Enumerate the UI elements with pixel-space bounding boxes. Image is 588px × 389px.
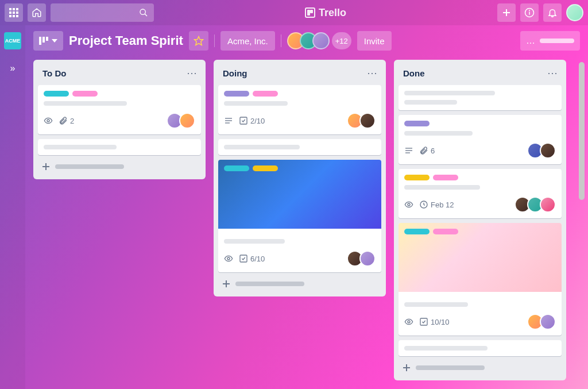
svg-rect-16 <box>39 37 41 45</box>
card-label <box>224 165 249 171</box>
list-menu-icon[interactable]: ⋯ <box>187 67 198 79</box>
svg-rect-18 <box>46 37 48 41</box>
member-avatar[interactable] <box>312 32 330 49</box>
card[interactable]: 10/10 <box>399 223 562 336</box>
card-label <box>253 91 278 97</box>
card-label <box>253 165 278 171</box>
card-label <box>433 175 458 180</box>
card-avatar <box>179 113 195 129</box>
svg-rect-1 <box>13 8 15 10</box>
svg-point-15 <box>529 10 530 11</box>
svg-point-20 <box>47 120 49 122</box>
due-date-badge: Feb 12 <box>419 200 454 209</box>
card[interactable]: 2/10 <box>218 85 381 134</box>
card-avatar <box>359 113 376 129</box>
svg-rect-37 <box>420 318 427 325</box>
apps-icon[interactable] <box>5 3 23 22</box>
divider <box>281 34 281 47</box>
card[interactable] <box>218 139 381 155</box>
card[interactable]: Feb 12 <box>399 169 562 218</box>
card-label <box>404 175 430 180</box>
list-title[interactable]: To Do <box>42 68 66 78</box>
card-label <box>404 121 430 126</box>
card[interactable] <box>38 139 201 155</box>
checklist-badge: 6/10 <box>239 254 265 263</box>
svg-rect-0 <box>9 8 11 10</box>
ellipsis-icon: … <box>526 36 535 46</box>
vertical-scrollbar[interactable] <box>579 62 585 200</box>
list-doing: Doing ⋯ 2/10 <box>214 60 386 296</box>
create-button[interactable] <box>497 3 516 22</box>
member-overflow-count[interactable]: +12 <box>332 32 351 49</box>
chevron-down-icon <box>52 39 57 43</box>
card-label <box>72 91 98 97</box>
svg-point-34 <box>408 203 410 206</box>
add-card-button[interactable] <box>38 160 201 174</box>
add-card-button[interactable] <box>218 277 381 291</box>
attachment-badge: 6 <box>419 146 435 155</box>
board-members[interactable]: +12 <box>287 32 351 49</box>
list-title[interactable]: Done <box>403 68 425 78</box>
card-avatar <box>540 314 556 330</box>
watch-icon <box>224 254 233 263</box>
search-icon <box>139 8 148 17</box>
watch-icon <box>404 200 413 209</box>
card[interactable]: 6/10 <box>218 160 381 272</box>
menu-placeholder <box>540 38 574 43</box>
list-done: Done ⋯ 6 <box>394 60 566 380</box>
watch-icon <box>44 116 53 125</box>
attachment-badge: 2 <box>59 116 74 125</box>
list-menu-icon[interactable]: ⋯ <box>547 67 558 79</box>
user-avatar[interactable] <box>566 4 583 21</box>
card[interactable]: 2 <box>38 85 201 134</box>
invite-button[interactable]: Invite <box>357 31 392 51</box>
add-card-button[interactable] <box>399 361 562 375</box>
svg-rect-26 <box>240 117 247 124</box>
board-menu-button[interactable]: … <box>520 31 580 51</box>
card[interactable] <box>399 85 562 110</box>
home-icon[interactable] <box>28 3 46 22</box>
checklist-badge: 10/10 <box>419 317 450 326</box>
plus-icon <box>41 162 51 171</box>
card-label <box>224 91 249 97</box>
board-lists: To Do ⋯ 2 <box>25 56 588 389</box>
svg-point-36 <box>408 321 410 323</box>
svg-rect-28 <box>240 255 247 262</box>
checklist-badge: 2/10 <box>239 116 265 125</box>
description-icon <box>404 146 413 155</box>
plus-icon <box>222 279 231 288</box>
card[interactable] <box>399 340 562 356</box>
top-bar: Trello <box>0 0 588 25</box>
workspace-badge[interactable]: ACME <box>4 32 21 49</box>
plus-icon <box>402 363 411 372</box>
watch-icon <box>404 317 413 326</box>
workspace-rail: ACME » <box>0 25 25 389</box>
list-title[interactable]: Doing <box>223 68 247 78</box>
card[interactable]: 6 <box>399 115 562 164</box>
brand-name: Trello <box>319 7 346 19</box>
svg-rect-4 <box>13 11 15 14</box>
svg-rect-6 <box>9 15 11 17</box>
team-name[interactable]: Acme, Inc. <box>220 31 275 51</box>
notifications-icon[interactable] <box>543 3 562 22</box>
description-icon <box>224 116 233 125</box>
board-title[interactable]: Project Team Spirit <box>69 33 183 48</box>
svg-rect-17 <box>42 37 45 43</box>
card-label <box>433 229 458 234</box>
star-icon[interactable] <box>189 31 208 51</box>
search-input[interactable] <box>51 3 154 22</box>
list-menu-icon[interactable]: ⋯ <box>367 67 378 79</box>
svg-rect-3 <box>9 11 11 14</box>
svg-point-27 <box>227 257 230 260</box>
card-label <box>404 229 430 234</box>
info-icon[interactable] <box>520 3 539 22</box>
trello-icon <box>305 7 315 18</box>
card-avatar <box>540 197 556 213</box>
svg-rect-8 <box>16 15 18 17</box>
svg-point-9 <box>140 9 145 14</box>
list-todo: To Do ⋯ 2 <box>33 60 206 179</box>
svg-marker-19 <box>194 37 203 45</box>
expand-rail-icon[interactable]: » <box>10 63 16 74</box>
board-view-switcher[interactable] <box>33 31 63 51</box>
card-cover <box>218 160 381 229</box>
